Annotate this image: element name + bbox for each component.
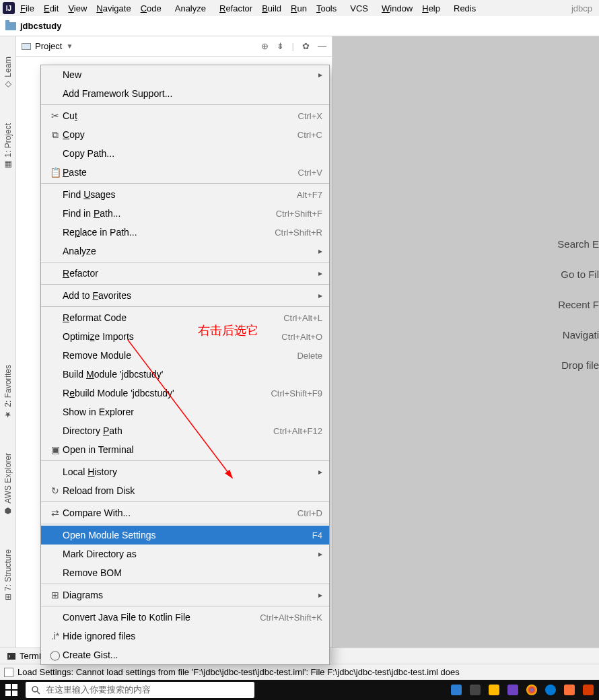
open-file-tail: jdbcp [567, 2, 596, 15]
ctx-add-to-favorites[interactable]: Add to Favorites▸ [41, 286, 329, 305]
tool-aws[interactable]: ⬢ AWS Explorer [3, 453, 13, 516]
ctx-add-framework-support[interactable]: Add Framework Support... [41, 84, 329, 103]
menu-code[interactable]: Code [137, 2, 166, 15]
ctx-optimize-imports[interactable]: Optimize ImportsCtrl+Alt+O [41, 327, 329, 346]
tool-learn[interactable]: ◇ Learn [3, 57, 13, 90]
ctx-open-in-terminal[interactable]: ▣Open in Terminal [41, 440, 329, 459]
ctx-copy[interactable]: ⧉CopyCtrl+C [41, 125, 329, 144]
ctx-build-module-jdbcstudy[interactable]: Build Module 'jdbcstudy' [41, 365, 329, 384]
terminal-icon: ▣ [48, 444, 63, 455]
ctx-remove-bom[interactable]: Remove BOM [41, 563, 329, 582]
hint-gotofile: Go to Fil [557, 269, 599, 280]
ctx-refactor[interactable]: Refactor▸ [41, 264, 329, 283]
ctx-show-in-explorer[interactable]: Show in Explorer [41, 403, 329, 421]
tool-project[interactable]: ▦ 1: Project [3, 123, 13, 170]
ctx-create-gist[interactable]: ◯Create Gist... [41, 645, 329, 664]
menu-separator [41, 524, 329, 524]
taskbar-app-4[interactable] [507, 685, 518, 695]
menu-separator [41, 262, 329, 262]
menu-separator [41, 284, 329, 285]
breadcrumb: jdbcstudy [0, 16, 599, 36]
diagram-icon: ⊞ [48, 590, 63, 600]
taskbar-search[interactable]: 在这里输入你要搜索的内容 [26, 682, 254, 698]
hint-nav: Navigati [557, 329, 599, 341]
ctx-find-in-path[interactable]: Find in Path...Ctrl+Shift+F [41, 204, 329, 223]
menu-navigate[interactable]: Navigate [92, 2, 135, 15]
search-icon [31, 685, 40, 695]
menu-vcs[interactable]: VCS [342, 2, 376, 15]
copy-icon: ⧉ [48, 129, 63, 141]
status-icon[interactable] [4, 668, 13, 677]
ctx-copy-path[interactable]: Copy Path... [41, 144, 329, 163]
ctx-analyze[interactable]: Analyze▸ [41, 242, 329, 260]
ctx-rebuild-module-jdbcstudy[interactable]: Rebuild Module 'jdbcstudy'Ctrl+Shift+F9 [41, 384, 329, 403]
tool-structure[interactable]: ⊞ 7: Structure [3, 549, 13, 600]
menu-redis[interactable]: Redis [446, 2, 484, 15]
chevron-right-icon: ▸ [318, 269, 322, 278]
chevron-right-icon: ▸ [318, 590, 322, 600]
tool-favorites[interactable]: ★ 2: Favorites [3, 365, 13, 419]
ctx-new[interactable]: New▸ [41, 65, 329, 84]
ctx-reload-from-disk[interactable]: ↻Reload from Disk [41, 481, 329, 500]
chevron-down-icon[interactable]: ▼ [66, 42, 73, 50]
menu-refactor[interactable]: Refactor [215, 2, 256, 15]
menu-separator [41, 183, 329, 184]
filter-icon: .i* [48, 631, 63, 641]
menu-file[interactable]: File [16, 2, 38, 15]
chevron-right-icon: ▸ [318, 549, 322, 559]
compare-icon: ⇄ [48, 508, 63, 518]
menu-separator [41, 460, 329, 461]
breadcrumb-project[interactable]: jdbcstudy [20, 21, 61, 31]
windows-start-icon[interactable] [5, 684, 17, 696]
windows-taskbar: 在这里输入你要搜索的内容 [0, 680, 599, 700]
ctx-reformat-code[interactable]: Reformat CodeCtrl+Alt+L [41, 308, 329, 327]
ctx-cut[interactable]: ✂CutCtrl+X [41, 106, 329, 125]
menu-window[interactable]: Window [378, 2, 417, 15]
taskbar-edge[interactable] [545, 685, 556, 695]
taskbar-chrome[interactable] [526, 685, 537, 695]
ctx-hide-ignored-files[interactable]: .i*Hide ignored files [41, 627, 329, 645]
settings-icon[interactable]: ✿ [302, 41, 310, 51]
taskbar-app-5[interactable] [583, 685, 594, 695]
ctx-remove-module[interactable]: Remove ModuleDelete [41, 346, 329, 365]
svg-rect-3 [5, 691, 11, 696]
project-panel: Project ▼ ⊕ ⇟ | ✿ — New▸Add Framework Su… [16, 36, 332, 648]
ctx-replace-in-path[interactable]: Replace in Path...Ctrl+Shift+R [41, 223, 329, 242]
taskbar-app-2[interactable] [470, 685, 481, 695]
menu-tools[interactable]: Tools [312, 2, 341, 15]
project-title[interactable]: Project [35, 41, 62, 51]
ctx-local-history[interactable]: Local History▸ [41, 462, 329, 481]
hint-search: Search E [557, 238, 599, 250]
menu-view[interactable]: View [64, 2, 91, 15]
svg-rect-4 [12, 691, 17, 696]
menu-edit[interactable]: Edit [40, 2, 63, 15]
chevron-right-icon: ▸ [318, 467, 322, 477]
ctx-mark-directory-as[interactable]: Mark Directory as▸ [41, 545, 329, 563]
ctx-diagrams[interactable]: ⊞Diagrams▸ [41, 586, 329, 604]
menu-build[interactable]: Build [258, 2, 285, 15]
github-icon: ◯ [48, 650, 63, 660]
menu-help[interactable]: Help [418, 2, 444, 15]
menu-separator [41, 606, 329, 606]
menu-run[interactable]: Run [287, 2, 311, 15]
paste-icon: 📋 [48, 167, 63, 178]
menu-separator [41, 501, 329, 502]
menu-analyze[interactable]: Analyze [167, 2, 214, 15]
folder-icon [5, 22, 16, 30]
ctx-directory-path[interactable]: Directory PathCtrl+Alt+F12 [41, 421, 329, 440]
taskbar-app-3[interactable] [489, 685, 499, 695]
ctx-find-usages[interactable]: Find UsagesAlt+F7 [41, 185, 329, 204]
ctx-paste[interactable]: 📋PasteCtrl+V [41, 163, 329, 182]
chevron-right-icon: ▸ [318, 291, 322, 300]
reload-icon: ↻ [48, 485, 63, 496]
taskbar-firefox[interactable] [564, 685, 575, 695]
locate-icon[interactable]: ⊕ [261, 41, 269, 51]
ctx-open-module-settings[interactable]: Open Module SettingsF4 [41, 526, 329, 545]
hide-icon[interactable]: — [318, 41, 326, 51]
taskbar-app-1[interactable] [451, 685, 462, 695]
menubar: IJ File Edit View Navigate Code Analyze … [0, 0, 599, 16]
ctx-convert-java-file-to-kotlin-file[interactable]: Convert Java File to Kotlin FileCtrl+Alt… [41, 608, 329, 627]
hint-drop: Drop file [557, 359, 599, 371]
collapse-icon[interactable]: ⇟ [277, 41, 284, 51]
ctx-compare-with[interactable]: ⇄Compare With...Ctrl+D [41, 503, 329, 522]
